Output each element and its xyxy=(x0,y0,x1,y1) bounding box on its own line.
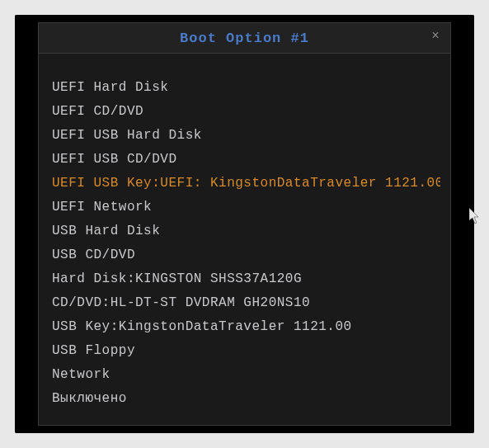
boot-option-item[interactable]: UEFI Hard Disk xyxy=(52,76,440,100)
boot-option-item[interactable]: USB CD/DVD xyxy=(52,243,440,267)
boot-option-item[interactable]: UEFI USB CD/DVD xyxy=(52,148,440,172)
boot-option-item[interactable]: Выключено xyxy=(52,387,440,411)
boot-option-item[interactable]: UEFI Network xyxy=(52,196,440,219)
boot-option-item[interactable]: CD/DVD:HL-DT-ST DVDRAM GH20NS10 xyxy=(52,291,440,315)
boot-option-item[interactable]: UEFI CD/DVD xyxy=(52,100,440,124)
boot-option-dialog: Boot Option #1 × UEFI Hard Disk UEFI CD/… xyxy=(38,22,451,426)
dialog-title: Boot Option #1 xyxy=(180,31,309,46)
boot-option-item[interactable]: USB Hard Disk xyxy=(52,219,440,243)
boot-option-item-selected[interactable]: UEFI USB Key:UEFI: KingstonDataTraveler … xyxy=(52,172,440,196)
boot-option-list: UEFI Hard Disk UEFI CD/DVD UEFI USB Hard… xyxy=(39,64,450,425)
close-icon[interactable]: × xyxy=(429,30,442,43)
mouse-cursor-icon xyxy=(469,208,481,224)
boot-option-item[interactable]: Hard Disk:KINGSTON SHSS37A120G xyxy=(52,267,440,291)
dialog-title-bar: Boot Option #1 × xyxy=(39,23,450,54)
boot-option-item[interactable]: USB Floppy xyxy=(52,339,440,363)
boot-option-item[interactable]: UEFI USB Hard Disk xyxy=(52,124,440,148)
bios-screen: Boot Option #1 × UEFI Hard Disk UEFI CD/… xyxy=(15,15,474,433)
boot-option-item[interactable]: Network xyxy=(52,363,440,387)
boot-option-item[interactable]: USB Key:KingstonDataTraveler 1121.00 xyxy=(52,315,440,339)
